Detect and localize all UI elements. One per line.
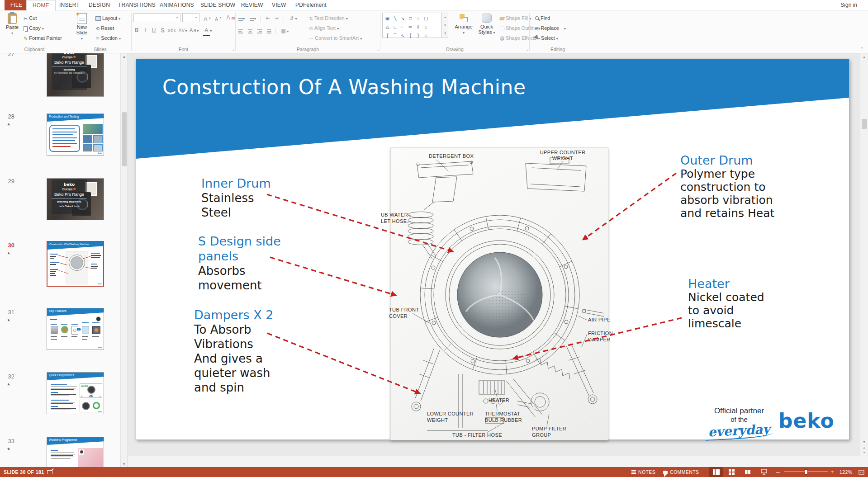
shape-rectangle-icon[interactable]: □ — [407, 15, 414, 22]
washing-machine-diagram[interactable]: DETERGENT BOX UPPER COUNTER WEIGHT UB WA… — [390, 147, 608, 440]
shape-oval-icon[interactable]: ○ — [414, 15, 422, 22]
tab-home[interactable]: HOME — [26, 0, 56, 11]
tab-review[interactable]: REVIEW — [235, 0, 269, 10]
reset-button[interactable]: ⟲ Reset — [95, 24, 114, 33]
scroll-down-icon[interactable]: ▼ — [860, 440, 868, 444]
grow-font-button[interactable]: A▴ — [202, 13, 211, 22]
align-left-icon[interactable] — [238, 28, 243, 34]
tab-animations[interactable]: ANIMATIONS — [154, 0, 200, 10]
shape-brace-right-icon[interactable]: } — [414, 32, 422, 39]
thumbnail-slide-27[interactable]: beko Currys Beko Pro Range Washing Key I… — [47, 53, 104, 97]
select-button[interactable]: Select ▾ — [535, 33, 558, 43]
underline-button[interactable]: U — [151, 26, 157, 35]
columns-icon[interactable]: ▦ — [280, 26, 287, 35]
quick-styles-button[interactable]: QuickStyles ▾ — [476, 14, 497, 36]
zoom-out-icon[interactable]: – — [776, 467, 780, 477]
shape-arrow-icon[interactable]: ↘ — [399, 15, 407, 22]
tab-pdfelement[interactable]: PDFelement — [289, 0, 332, 10]
align-center-icon[interactable] — [248, 28, 252, 34]
slide-title[interactable]: Construction Of A Washing Machine — [162, 76, 526, 99]
scroll-up-icon[interactable]: ▲ — [121, 55, 128, 59]
text-direction-button[interactable]: ⇅ Text Direction ▾ — [309, 14, 348, 23]
notes-button[interactable]: NOTES — [631, 467, 655, 477]
paste-button[interactable]: Paste▾ — [3, 12, 22, 35]
shape-textbox-icon[interactable]: ▣ — [384, 15, 391, 22]
thumbnail-slide-31[interactable]: Key Features — [47, 308, 104, 350]
section-button[interactable]: ≣ Section ▾ — [95, 33, 121, 43]
shape-freeform-icon[interactable]: ʃ — [384, 32, 391, 39]
clipboard-dialog-launcher-icon[interactable]: ⌟ — [66, 47, 67, 52]
font-size-combo[interactable]: ▾ — [182, 13, 199, 22]
callout-dampers[interactable]: Dampers X 2 To Absorb Vibrations And giv… — [194, 307, 273, 395]
callout-heater[interactable]: Heater Nickel coated to avoid limescale — [688, 277, 764, 330]
main-scrollbar-thumb[interactable] — [862, 119, 867, 129]
shape-elbow-icon[interactable]: ∟ — [391, 24, 399, 31]
shape-brace-left-icon[interactable]: { — [407, 32, 414, 39]
shape-arc-icon[interactable]: ⌒ — [391, 32, 399, 39]
sign-in-link[interactable]: Sign in — [840, 0, 857, 10]
shape-line-icon[interactable]: ╲ — [391, 15, 399, 22]
callout-s-design[interactable]: S Design side panels Absorbs movement — [198, 234, 281, 293]
zoom-in-icon[interactable]: + — [830, 467, 834, 477]
font-name-combo[interactable]: ▾ — [133, 13, 180, 22]
bold-button[interactable]: B — [133, 26, 140, 35]
slide-canvas[interactable]: Construction Of A Washing Machine Inner … — [136, 59, 849, 440]
scroll-down-icon[interactable]: ▼ — [121, 462, 128, 466]
format-painter-button[interactable]: ✎ Format Painter — [24, 33, 62, 43]
reading-view-button[interactable] — [740, 467, 755, 477]
callout-outer-drum[interactable]: Outer Drum Polymer type construction to … — [680, 154, 774, 220]
character-spacing-button[interactable]: AV — [178, 26, 185, 35]
find-button[interactable]: Find — [535, 14, 550, 23]
decrease-indent-icon[interactable]: ⇤ — [265, 14, 271, 23]
title-banner[interactable] — [136, 59, 849, 159]
callout-inner-drum[interactable]: Inner Drum Stainless Steel — [201, 176, 271, 220]
shape-elbow2-icon[interactable]: ⌐ — [399, 24, 407, 31]
tab-file[interactable]: FILE — [5, 0, 28, 10]
shape-fill-button[interactable]: Shape Fill ▾ — [500, 14, 531, 23]
next-slide-icon[interactable]: ⏷ — [860, 451, 868, 454]
zoom-level[interactable]: 122% — [840, 467, 852, 477]
slide-number-indicator[interactable]: SLIDE 30 OF 181 — [4, 467, 44, 477]
numbering-icon[interactable] — [250, 15, 254, 21]
increase-indent-icon[interactable]: ⇥ — [273, 14, 280, 23]
collapse-ribbon-icon[interactable]: ˆ — [861, 47, 863, 52]
thumbnail-scrollbar-thumb[interactable] — [122, 112, 127, 166]
strikethrough-button[interactable]: abc — [168, 26, 176, 35]
align-right-icon[interactable] — [257, 28, 262, 34]
shape-star-icon[interactable]: ☆ — [422, 32, 430, 39]
comments-button[interactable]: COMMENTS — [663, 467, 699, 477]
paragraph-dialog-launcher-icon[interactable]: ⌟ — [377, 47, 379, 52]
horizontal-scrollbar[interactable] — [128, 456, 868, 467]
previous-slide-icon[interactable]: ⏶ — [860, 446, 868, 450]
tab-slide-show[interactable]: SLIDE SHOW — [194, 0, 241, 10]
thumbnail-scrollbar[interactable]: ▲ ▼ — [120, 53, 128, 468]
scroll-up-icon[interactable]: ▲ — [860, 55, 868, 59]
arrange-button[interactable]: Arrange▾ — [452, 14, 475, 35]
cut-button[interactable]: ✂ Cut — [24, 14, 37, 23]
spell-check-icon[interactable] — [47, 467, 52, 477]
tab-insert[interactable]: INSERT — [53, 0, 85, 10]
tab-design[interactable]: DESIGN — [83, 0, 116, 10]
layout-button[interactable]: Layout ▾ — [95, 14, 120, 23]
shape-triangle-icon[interactable]: △ — [384, 24, 391, 31]
tab-view[interactable]: VIEW — [266, 0, 292, 10]
thumbnail-slide-28[interactable]: Production and Testing beko — [47, 113, 104, 156]
justify-icon[interactable] — [267, 28, 271, 34]
replace-button[interactable]: ab Replace ▾ — [535, 24, 566, 33]
shape-pentagon-icon[interactable]: ⌂ — [422, 24, 430, 31]
slide-show-button[interactable] — [757, 467, 771, 477]
thumbnail-slide-30[interactable]: Construction Of A Washing Machine — [47, 241, 104, 287]
fit-to-window-button[interactable] — [855, 467, 867, 477]
new-slide-button[interactable]: ✷ New Slide▾ — [71, 12, 92, 41]
thumbnail-slide-29[interactable]: beko Currys Beko Pro Range Washing Machi… — [47, 178, 104, 220]
shape-rounded-rect-icon[interactable]: ▢ — [422, 15, 430, 22]
text-shadow-button[interactable]: S — [159, 26, 166, 35]
line-spacing-icon[interactable]: ⇵ — [288, 14, 295, 23]
shapes-gallery[interactable]: ▣╲↘□○▢ △∟⌐⇨⇩⌂ ʃ⌒∿{}☆ — [382, 13, 442, 38]
convert-smartart-button[interactable]: ⚏ Convert to SmartArt ▾ — [309, 33, 362, 43]
thumbnail-slide-33[interactable]: Woollens Programme — [47, 437, 104, 468]
copy-button[interactable]: Copy ▾ — [24, 24, 44, 33]
zoom-slider-thumb[interactable] — [805, 469, 808, 475]
italic-button[interactable]: I — [142, 26, 149, 35]
shrink-font-button[interactable]: A▾ — [213, 13, 222, 22]
